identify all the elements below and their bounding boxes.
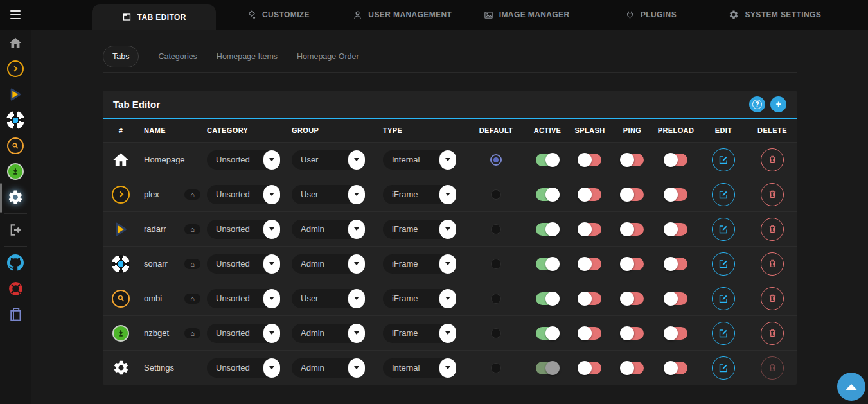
- subtab-tabs[interactable]: Tabs: [103, 46, 139, 67]
- chevron-down-icon: [263, 185, 280, 204]
- type-select[interactable]: Internal: [383, 150, 456, 170]
- active-toggle[interactable]: [536, 188, 559, 201]
- preload-toggle[interactable]: [664, 292, 687, 305]
- edit-button[interactable]: [712, 148, 735, 171]
- category-select[interactable]: Unsorted: [207, 220, 280, 239]
- active-toggle[interactable]: [536, 327, 559, 340]
- sidebar-item-home[interactable]: [0, 30, 31, 56]
- group-select[interactable]: Admin: [292, 324, 365, 343]
- category-select[interactable]: Unsorted: [207, 185, 280, 204]
- default-radio[interactable]: [491, 259, 501, 269]
- group-select[interactable]: Admin: [292, 358, 365, 378]
- splash-toggle[interactable]: [578, 327, 601, 340]
- sidebar-item-settings[interactable]: [0, 184, 31, 210]
- subtab-homepage-items[interactable]: Homepage Items: [217, 52, 278, 61]
- default-radio[interactable]: [491, 294, 501, 304]
- group-select[interactable]: User: [292, 289, 365, 308]
- group-select[interactable]: User: [292, 185, 365, 204]
- edit-button[interactable]: [712, 218, 735, 241]
- splash-toggle[interactable]: [578, 362, 601, 374]
- tab-customize[interactable]: CUSTOMIZE: [216, 0, 340, 30]
- default-radio[interactable]: [491, 328, 501, 338]
- splash-toggle[interactable]: [578, 258, 601, 270]
- delete-button[interactable]: [761, 322, 784, 345]
- sidebar-item-sonarr[interactable]: [0, 107, 31, 133]
- default-radio[interactable]: [491, 189, 501, 200]
- sidebar-item-docs[interactable]: [0, 301, 31, 327]
- category-select[interactable]: Unsorted: [207, 254, 280, 274]
- sidebar-scrollbar[interactable]: [0, 183, 2, 213]
- sidebar-item-ombi[interactable]: [0, 133, 31, 159]
- sidebar-item-nzbget[interactable]: [0, 159, 31, 184]
- active-toggle[interactable]: [536, 223, 559, 236]
- sidebar-item-logout[interactable]: [0, 217, 31, 243]
- category-select[interactable]: Unsorted: [207, 358, 280, 378]
- active-toggle[interactable]: [536, 258, 559, 270]
- delete-button[interactable]: [761, 287, 784, 310]
- sidebar-item-radarr[interactable]: [0, 82, 31, 107]
- default-radio[interactable]: [491, 224, 501, 234]
- category-select[interactable]: Unsorted: [207, 324, 280, 343]
- splash-toggle[interactable]: [578, 292, 601, 305]
- delete-button[interactable]: [761, 183, 784, 206]
- col-delete: DELETE: [748, 127, 797, 134]
- delete-button[interactable]: [761, 218, 784, 241]
- help-button[interactable]: ?: [749, 96, 765, 112]
- splash-toggle[interactable]: [578, 188, 601, 201]
- preload-toggle[interactable]: [664, 154, 687, 166]
- default-radio[interactable]: [491, 363, 501, 373]
- subtab-categories[interactable]: Categories: [158, 52, 197, 61]
- tab-image-manager[interactable]: IMAGE MANAGER: [465, 0, 589, 30]
- sidebar-item-support[interactable]: [0, 276, 31, 301]
- preload-toggle[interactable]: [664, 188, 687, 201]
- ping-toggle[interactable]: [621, 362, 644, 374]
- ping-toggle[interactable]: [621, 327, 644, 340]
- group-select[interactable]: Admin: [292, 254, 365, 274]
- active-toggle[interactable]: [536, 154, 559, 166]
- splash-toggle[interactable]: [578, 223, 601, 236]
- chevron-down-icon: [263, 220, 280, 239]
- sidebar-item-plex[interactable]: [0, 56, 31, 82]
- type-select[interactable]: iFrame: [383, 220, 456, 239]
- chevron-down-icon: [348, 324, 365, 343]
- preload-toggle[interactable]: [664, 327, 687, 340]
- tab-name: radarr: [144, 224, 166, 234]
- ping-toggle[interactable]: [621, 258, 644, 270]
- sidebar-item-github[interactable]: [0, 250, 31, 276]
- delete-button[interactable]: [761, 148, 784, 171]
- type-select[interactable]: iFrame: [383, 254, 456, 274]
- active-toggle[interactable]: [536, 292, 559, 305]
- ping-toggle[interactable]: [621, 188, 644, 201]
- ping-toggle[interactable]: [621, 292, 644, 305]
- edit-button[interactable]: [712, 322, 735, 345]
- group-select[interactable]: User: [292, 150, 365, 170]
- tab-system-settings[interactable]: SYSTEM SETTINGS: [713, 0, 837, 30]
- delete-button[interactable]: [761, 252, 784, 276]
- ping-toggle[interactable]: [621, 154, 644, 166]
- preload-toggle[interactable]: [664, 223, 687, 236]
- scroll-to-top-button[interactable]: [837, 373, 865, 401]
- preload-toggle[interactable]: [664, 258, 687, 270]
- edit-icon: [718, 224, 729, 234]
- group-select[interactable]: Admin: [292, 220, 365, 239]
- tab-tab-editor[interactable]: TAB EDITOR: [92, 4, 216, 30]
- type-select[interactable]: iFrame: [383, 185, 456, 204]
- edit-button[interactable]: [712, 356, 735, 380]
- category-select[interactable]: Unsorted: [207, 289, 280, 308]
- category-select[interactable]: Unsorted: [207, 150, 280, 170]
- ping-toggle[interactable]: [621, 223, 644, 236]
- splash-toggle[interactable]: [578, 154, 601, 166]
- edit-button[interactable]: [712, 287, 735, 310]
- preload-toggle[interactable]: [664, 362, 687, 374]
- tab-plugins[interactable]: PLUGINS: [589, 0, 713, 30]
- subtab-homepage-order[interactable]: Homepage Order: [297, 52, 359, 61]
- default-radio[interactable]: [490, 154, 502, 166]
- hamburger-menu-icon[interactable]: [0, 0, 31, 30]
- type-select[interactable]: iFrame: [383, 324, 456, 343]
- tab-user-management[interactable]: USER MANAGEMENT: [341, 0, 465, 30]
- edit-button[interactable]: [712, 183, 735, 206]
- edit-button[interactable]: [712, 252, 735, 276]
- add-tab-button[interactable]: +: [770, 96, 786, 112]
- type-select[interactable]: iFrame: [383, 289, 456, 308]
- type-select[interactable]: Internal: [383, 358, 456, 378]
